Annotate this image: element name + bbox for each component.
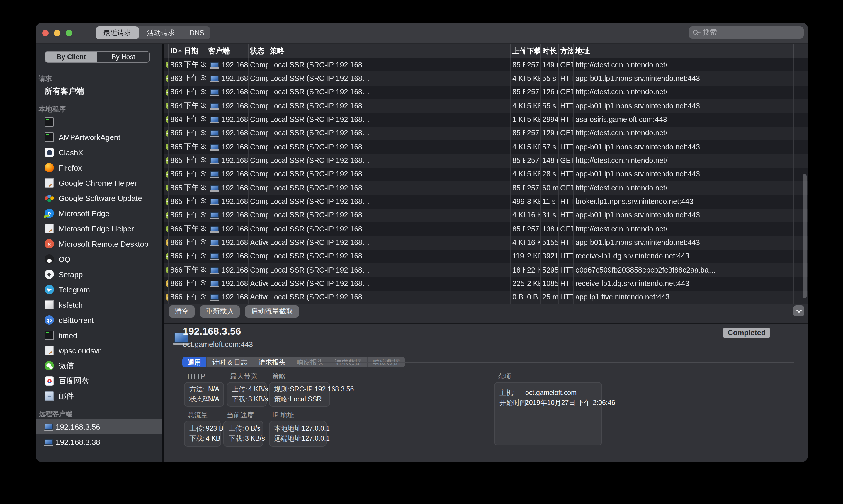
cell-upload: 85 B (510, 181, 525, 195)
firefox-icon (44, 163, 54, 172)
table-row[interactable]: ↔86653下午 3:22:03192.168.3.56:47081Active… (164, 290, 808, 304)
table-row[interactable]: ✓86452下午 3:18:36192.168.3.56:52699Comple… (164, 85, 808, 99)
cell-client: 192.168.3.56:12917 (207, 195, 248, 209)
cell-status-icon: ✓ (164, 208, 168, 222)
column-header-status[interactable] (164, 44, 168, 58)
cell-date: 下午 3:22:02 (182, 277, 207, 291)
table-row[interactable]: ✓86512下午 3:19:34192.168.3.56:10120Comple… (164, 126, 808, 140)
collapse-detail-button[interactable] (793, 305, 804, 317)
sidebar-item-192.168.3.38[interactable]: 192.168.3.38 (36, 434, 162, 450)
column-header-状态[interactable]: 状态 (248, 44, 268, 58)
sidebar-item-microsoft-edge[interactable]: eMicrosoft Edge (36, 206, 162, 221)
status-active-icon: ↔ (166, 294, 168, 301)
detail-tab-通用[interactable]: 通用 (182, 357, 207, 367)
sidebar-item-qbittorrent[interactable]: qbqBittorrent (36, 312, 162, 328)
column-header-策略[interactable]: 策略 (268, 44, 510, 58)
sidebar-item-ksfetch[interactable]: ksfetch (36, 297, 162, 312)
table-row[interactable]: ↔86641下午 3:21:57192.168.3.56:15306Active… (164, 236, 808, 250)
by-host-segment[interactable]: By Host (97, 52, 149, 62)
table-row[interactable]: ✓86461下午 3:18:39192.168.3.56:15102Comple… (164, 99, 808, 113)
sidebar-item-setapp[interactable]: ◆Setapp (36, 267, 162, 282)
sidebar-item-timed[interactable]: timed (36, 328, 162, 343)
table-row[interactable]: ✓86594下午 3:21:05192.168.3.56:36856Comple… (164, 208, 808, 222)
sidebar-item-unnamed-process[interactable] (36, 114, 162, 129)
sidebar-item-ampartworkagent[interactable]: AMPArtworkAgent (36, 129, 162, 145)
table-row[interactable]: ✓86590下午 3:21:04192.168.3.56:54529Comple… (164, 181, 808, 195)
column-header-上传[interactable]: 上传 (510, 44, 525, 58)
sidebar-item-wpscloudsvr[interactable]: wpscloudsvr (36, 343, 162, 358)
sidebar-item-microsoft-edge-helper[interactable]: Microsoft Edge Helper (36, 221, 162, 236)
sidebar-item-qq[interactable]: QQ (36, 251, 162, 267)
column-header-下载[interactable]: 下载 (525, 44, 540, 58)
terminal-icon (44, 117, 54, 127)
start-capture-button[interactable]: 启动流量截取 (245, 305, 299, 318)
cell-download: 257 B (525, 58, 540, 72)
table-row[interactable]: ✓86477下午 3:18:50192.168.3.56:31935Comple… (164, 113, 808, 127)
sidebar-item-192.168.3.56[interactable]: 192.168.3.56 (36, 419, 162, 434)
tab-active-requests[interactable]: 活动请求 (139, 26, 183, 39)
column-header-地址[interactable]: 地址 (574, 44, 794, 58)
cell-client: 192.168.3.56:36856 (207, 208, 248, 222)
zoom-button[interactable] (66, 30, 72, 36)
table-row[interactable]: ✓86566下午 3:20:37192.168.3.56:62499Comple… (164, 167, 808, 181)
table-row[interactable]: ✓86395下午 3:17:41192.168.3.56:33401Comple… (164, 72, 808, 86)
minimize-button[interactable] (54, 30, 60, 36)
table-row[interactable]: ✓86645下午 3:21:57192.168.3.56:46472Comple… (164, 263, 808, 277)
vertical-scrollbar[interactable] (803, 174, 807, 298)
laptop-icon (211, 253, 219, 259)
tab-recent-requests[interactable]: 最近请求 (95, 26, 139, 39)
cell-method: HTTPS (558, 263, 574, 277)
section-box: 方法:N/A状态码:N/A (184, 382, 223, 407)
cell-policy: Local SSR (SRC-IP 192.168… (268, 154, 510, 168)
sidebar-item-google-chrome-helper[interactable]: Google Chrome Helper (36, 175, 162, 191)
cell-download: 0 B (525, 290, 540, 304)
column-header-客户端[interactable]: 客户端 (207, 44, 248, 58)
reload-button[interactable]: 重新载入 (200, 305, 240, 318)
detail-tab-计时 & 日志[interactable]: 计时 & 日志 (207, 357, 253, 367)
key-value-row: 策略:Local SSR (274, 395, 324, 404)
cell-id: 86591 (168, 195, 182, 209)
table-row[interactable]: ✓86639下午 3:21:57192.168.3.56:53070Comple… (164, 222, 808, 236)
sidebar-item-all-clients[interactable]: 所有客户端 (36, 84, 162, 99)
cell-id: 86512 (168, 126, 182, 140)
table-row[interactable]: ✓86390下午 3:17:38192.168.3.56:55892Comple… (164, 58, 808, 72)
table-row[interactable]: ✓86643下午 3:21:57192.168.3.56:35750Comple… (164, 249, 808, 263)
detail-tab-请求报头[interactable]: 请求报头 (253, 357, 291, 367)
cell-upload: 85 B (510, 222, 525, 236)
laptop-icon (211, 62, 219, 68)
by-client-segment[interactable]: By Client (45, 52, 97, 62)
cell-spacer (794, 140, 808, 154)
sidebar-item-google-software-update[interactable]: Google Software Update (36, 191, 162, 206)
terminal-icon (44, 132, 54, 142)
close-button[interactable] (42, 30, 49, 36)
balls-icon (44, 193, 54, 203)
field-label: 主机: (500, 389, 525, 397)
sidebar-item-microsoft-remote-desktop[interactable]: ×Microsoft Remote Desktop (36, 236, 162, 251)
sidebar-item-firefox[interactable]: Firefox (36, 160, 162, 175)
cell-upload: 499 B (510, 195, 525, 209)
key-value-row: 上传:0 B/s (229, 425, 258, 433)
sidebar-item-label: 192.168.3.38 (56, 437, 100, 446)
column-header-方法[interactable]: 方法 (558, 44, 574, 58)
search-input[interactable]: 搜索 (689, 26, 804, 39)
sidebar-item-baidu-netdisk[interactable]: 百度网盘 (36, 373, 162, 389)
sidebar-item-telegram[interactable]: Telegram (36, 282, 162, 297)
cell-client: 192.168.3.56:45308 (207, 140, 248, 154)
table-row[interactable]: ✓86561下午 3:20:34192.168.3.56:49820Comple… (164, 154, 808, 168)
column-header-时长[interactable]: 时长 (540, 44, 558, 58)
field-label: 下载: (229, 435, 245, 443)
laptop-icon (211, 199, 219, 204)
cell-upload: 119 KB (510, 249, 525, 263)
column-header-ID[interactable]: ID (168, 44, 182, 58)
column-header-日期[interactable]: 日期 (182, 44, 207, 58)
field-value: N/A (208, 385, 219, 394)
table-row[interactable]: ↔86651下午 3:22:02192.168.3.56:45990Active… (164, 277, 808, 291)
sidebar-item-wechat[interactable]: 微信 (36, 358, 162, 373)
clear-button[interactable]: 清空 (169, 305, 195, 318)
sidebar-item-clashx[interactable]: ClashX (36, 145, 162, 160)
table-row[interactable]: ✓86515下午 3:19:37192.168.3.56:45308Comple… (164, 140, 808, 154)
field-value: 4 KB (206, 435, 220, 443)
table-row[interactable]: ✓86591下午 3:21:04192.168.3.56:12917Comple… (164, 195, 808, 209)
tab-dns[interactable]: DNS (183, 26, 211, 39)
sidebar-item-mail[interactable]: 邮件 (36, 389, 162, 404)
